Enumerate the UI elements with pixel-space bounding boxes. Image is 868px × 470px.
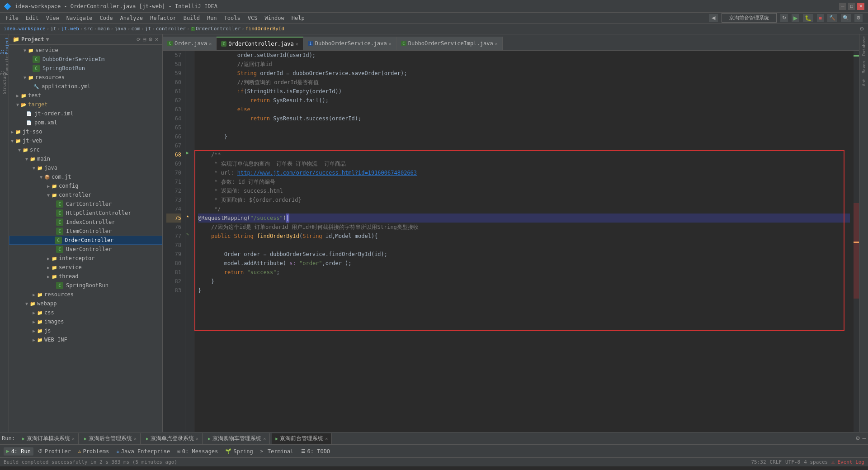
settings-button[interactable]: ⚙ (854, 14, 863, 22)
tree-item-images[interactable]: ▶ 📁 images (9, 317, 162, 326)
project-close-button[interactable]: ✕ (155, 37, 159, 43)
tree-item-service2[interactable]: ▶ 📁 service (9, 263, 162, 272)
project-sync-button[interactable]: ⟳ (137, 37, 141, 43)
menu-help[interactable]: Help (288, 14, 308, 22)
tree-item-css[interactable]: ▶ 📁 css (9, 308, 162, 317)
tree-item-resources2[interactable]: ▶ 📁 resources (9, 290, 162, 299)
tree-item-resources1[interactable]: ▼ 📁 resources (9, 73, 162, 82)
menu-run[interactable]: Run (203, 14, 221, 22)
run-button[interactable]: ▶ (792, 14, 799, 22)
bottom-tool-profiler[interactable]: ⏱ Profiler (35, 447, 74, 456)
bottom-tool-terminal[interactable]: >_ Terminal (258, 447, 297, 456)
tree-item-main[interactable]: ▼ 📁 main (9, 154, 162, 163)
tab-dubboorderservice-java[interactable]: I DubboOrderService.java ✕ (303, 37, 396, 50)
tree-item-appyml[interactable]: 🔧 application.yml (9, 82, 162, 91)
tab-close-dubboorderservice[interactable]: ✕ (389, 41, 392, 46)
tree-item-indexcontroller[interactable]: C IndexController (9, 218, 162, 227)
right-icon-maven[interactable]: Maven (862, 61, 866, 73)
tab-close-order[interactable]: ✕ (209, 41, 212, 46)
tree-item-js[interactable]: ▶ 📁 js (9, 326, 162, 335)
refresh-button[interactable]: ↻ (780, 14, 788, 22)
menu-build[interactable]: Build (180, 14, 203, 22)
run-tab-jt-frontend[interactable]: ▶ 京淘前台管理系统 ✕ (272, 433, 332, 444)
breadcrumb-method[interactable]: findOrderById (245, 26, 284, 32)
run-tab-close-jt-backend[interactable]: ✕ (134, 436, 137, 441)
tree-item-comjt[interactable]: ▼ 📦 com.jt (9, 172, 162, 181)
breadcrumb-jt2[interactable]: jt (145, 26, 151, 32)
close-button[interactable]: ✕ (857, 3, 864, 10)
tree-item-dubboorderservice[interactable]: C DubboOrderServiceIm (9, 55, 162, 64)
tree-item-src[interactable]: ▼ 📁 src (9, 145, 162, 154)
bottom-tool-problems[interactable]: ⚠ Problems (75, 447, 112, 456)
run-tab-close-jt-cart[interactable]: ✕ (263, 436, 266, 441)
tree-item-ordercontroller[interactable]: C OrderController (9, 236, 162, 245)
code-content[interactable]: order.setUserId(userId); //返回订单id String… (194, 51, 854, 432)
project-collapse-button[interactable]: ⊟ (142, 37, 146, 43)
minimize-button[interactable]: ─ (839, 3, 846, 10)
run-tab-close-jt-sso[interactable]: ✕ (196, 436, 198, 441)
search-everywhere-button[interactable]: 🔍 (841, 14, 851, 22)
right-icon-database[interactable]: Database (862, 36, 866, 56)
maximize-button[interactable]: □ (848, 3, 855, 10)
menu-refactor[interactable]: Refactor (146, 14, 180, 22)
breadcrumb-main[interactable]: main (98, 26, 110, 32)
breadcrumb-jt[interactable]: jt (50, 26, 56, 32)
tree-item-httpclientcontroller[interactable]: C HttpClientController (9, 209, 162, 218)
menu-tools[interactable]: Tools (221, 14, 244, 22)
build-button[interactable]: 🔨 (827, 14, 837, 22)
bottom-tool-spring[interactable]: 🌱 Spring (222, 447, 255, 456)
tree-item-springbootrun2[interactable]: C SpringBootRun (9, 281, 162, 290)
tree-item-java[interactable]: ▼ 📁 java (9, 163, 162, 172)
run-minimize-button[interactable]: ─ (862, 435, 866, 442)
tree-item-cartcontroller[interactable]: C CartController (9, 199, 162, 209)
back-button[interactable]: ◀ (709, 14, 718, 22)
breadcrumb-controller[interactable]: controller (156, 26, 186, 32)
project-dropdown-icon[interactable]: ▼ (46, 36, 49, 43)
run-tab-jt-cart[interactable]: ▶ 京淘购物车管理系统 ✕ (204, 433, 270, 444)
menu-vcs[interactable]: VCS (244, 14, 261, 22)
bottom-tool-run[interactable]: ▶ 4: Run (4, 447, 33, 456)
statusbar-encoding[interactable]: UTF-8 (785, 459, 800, 465)
breadcrumb-com[interactable]: com (131, 26, 140, 32)
menu-view[interactable]: View (42, 14, 63, 22)
tab-ordercontroller-java[interactable]: C OrderController.java ✕ (217, 37, 303, 50)
tree-item-controller[interactable]: ▼ 📁 controller (9, 190, 162, 199)
debug-button[interactable]: 🐛 (803, 14, 813, 22)
tree-item-service[interactable]: ▼ 📁 service (9, 46, 162, 55)
bottom-tool-messages[interactable]: ✉ 0: Messages (175, 447, 221, 456)
tree-item-springbootrun1[interactable]: C SpringBootRun (9, 64, 162, 73)
tree-item-target[interactable]: ▼ 📂 target (9, 100, 162, 109)
breadcrumb-jtweb[interactable]: jt-web (61, 26, 79, 32)
run-tab-jt-order[interactable]: ▶ 京淘订单模块系统 ✕ (19, 433, 79, 444)
stop-button[interactable]: ■ (817, 14, 824, 22)
breadcrumb-ordercontroller[interactable]: COrderController (191, 26, 241, 32)
project-settings-button[interactable]: ⚙ (148, 37, 153, 43)
right-icon-ant[interactable]: Ant (862, 79, 866, 86)
menu-navigate[interactable]: Navigate (63, 14, 96, 22)
tree-item-jt-sso[interactable]: ▶ 📁 jt-sso (9, 127, 162, 136)
search-box[interactable]: 京淘前台管理系统 (722, 13, 777, 23)
tree-item-pom[interactable]: 📄 pom.xml (9, 118, 162, 127)
breadcrumb-src[interactable]: src (84, 26, 93, 32)
breadcrumb-gear[interactable]: ⚙ (859, 26, 864, 32)
tree-item-test[interactable]: ▶ 📁 test (9, 91, 162, 100)
right-gutter[interactable] (854, 51, 859, 432)
tree-item-interceptor[interactable]: ▶ 📁 interceptor (9, 254, 162, 263)
tab-order-java[interactable]: C Order.java ✕ (163, 37, 217, 50)
menu-code[interactable]: Code (96, 14, 117, 22)
tree-item-itemcontroller[interactable]: C ItemController (9, 227, 162, 236)
tree-item-jt-web[interactable]: ▼ 📁 jt-web (9, 136, 162, 145)
statusbar-indent[interactable]: 4 spaces (804, 459, 828, 465)
tree-item-config[interactable]: ▶ 📁 config (9, 181, 162, 190)
bottom-tool-todo[interactable]: ☰ 6: TODO (298, 447, 333, 456)
run-settings-button[interactable]: ⚙ (855, 435, 860, 442)
run-tab-close-jt-order[interactable]: ✕ (72, 436, 75, 441)
menu-analyze[interactable]: Analyze (116, 14, 146, 22)
tree-item-webinf[interactable]: ▶ 📁 WEB-INF (9, 335, 162, 344)
sidebar-icon-project[interactable]: 1: Project (0, 36, 9, 54)
run-tab-jt-backend[interactable]: ▶ 京淘后台管理系统 ✕ (80, 433, 141, 444)
tab-close-dubboorderserviceimpl[interactable]: ✕ (495, 41, 498, 46)
breadcrumb-workspace[interactable]: idea-workspace (4, 26, 46, 32)
sidebar-icon-structure[interactable]: Structure (0, 74, 9, 92)
bottom-tool-java-enterprise[interactable]: ☕ Java Enterprise (113, 447, 173, 456)
